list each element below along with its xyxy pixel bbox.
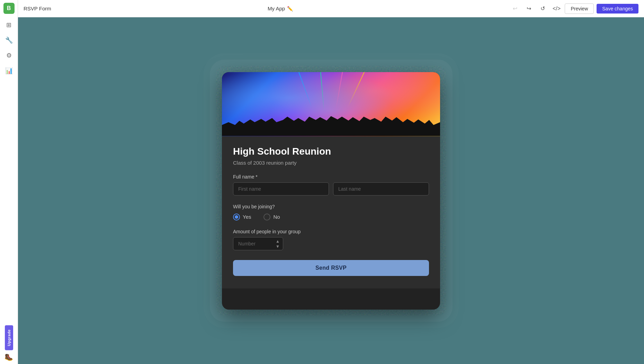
topbar: RSVP Form My App ✏️ ↩ ↪ ↺ </> Preview Sa… [18,0,644,17]
preview-button[interactable]: Preview [565,3,594,14]
first-name-input[interactable] [233,182,329,196]
sidebar: B ⊞ 🔧 ⚙ 📊 Upgrade 🥾 [0,0,18,364]
send-rsvp-button[interactable]: Send RSVP [233,260,429,276]
edit-app-name-button[interactable]: ✏️ [287,6,293,11]
sidebar-item-settings[interactable]: ⚙ [2,49,16,62]
device-frame: High School Reunion Class of 2003 reunio… [222,72,440,310]
yes-option[interactable]: Yes [233,214,251,220]
last-name-input[interactable] [333,182,429,196]
form-area: High School Reunion Class of 2003 reunio… [222,136,440,288]
form-subtitle: Class of 2003 reunion party [233,160,429,166]
restore-button[interactable]: ↺ [537,3,548,14]
number-select[interactable]: Number 1 2 3 4 5+ [233,237,283,250]
boot-icon: 🥾 [5,353,13,361]
app-logo[interactable]: B [3,3,15,14]
no-label: No [273,214,280,220]
joining-label: Will you be joining? [233,204,429,209]
form-title: High School Reunion [233,146,429,157]
app-name: My App [268,6,285,11]
group-label: Amount of people in your group [233,229,429,234]
radio-row: Yes No [233,214,429,220]
device-outer: High School Reunion Class of 2003 reunio… [216,66,446,315]
redo-button[interactable]: ↪ [523,3,534,14]
sidebar-item-analytics[interactable]: 📊 [2,64,16,78]
upgrade-button[interactable]: Upgrade [5,325,13,350]
page-title: RSVP Form [24,6,51,11]
topbar-center: My App ✏️ [55,6,506,11]
sidebar-item-tools[interactable]: 🔧 [2,33,16,47]
no-option[interactable]: No [263,214,280,220]
yes-radio[interactable] [233,214,240,220]
no-radio[interactable] [263,214,270,220]
code-button[interactable]: </> [551,3,562,14]
name-row [233,182,429,196]
concert-image [222,72,440,136]
topbar-actions: ↩ ↪ ↺ </> Preview Save changes [509,3,638,14]
yes-label: Yes [243,214,251,220]
main-area: RSVP Form My App ✏️ ↩ ↪ ↺ </> Preview Sa… [18,0,644,364]
number-select-wrapper: Number 1 2 3 4 5+ ▲ ▼ [233,237,283,250]
undo-button[interactable]: ↩ [509,3,520,14]
full-name-label: Full name * [233,174,429,180]
sidebar-item-grid[interactable]: ⊞ [2,18,16,32]
save-button[interactable]: Save changes [597,4,638,14]
canvas: High School Reunion Class of 2003 reunio… [18,17,644,364]
